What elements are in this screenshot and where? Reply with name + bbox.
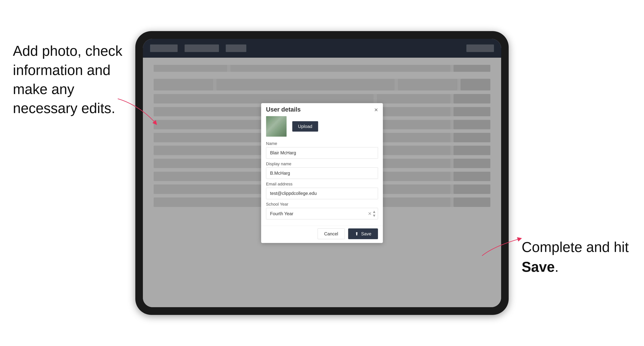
tablet-screen: User details × Upload Name bbox=[143, 39, 501, 307]
save-button-label: Save bbox=[361, 231, 371, 236]
save-button[interactable]: ⬆ Save bbox=[348, 228, 378, 239]
name-label: Name bbox=[266, 141, 378, 146]
school-year-input[interactable] bbox=[266, 208, 378, 219]
arrow-right-indicator bbox=[480, 237, 522, 260]
display-name-label: Display name bbox=[266, 162, 378, 167]
school-year-label: School Year bbox=[266, 202, 378, 207]
scene: Add photo, check information and make an… bbox=[0, 0, 644, 346]
modal-body: Upload Name Display name Email addre bbox=[261, 115, 383, 226]
modal-header: User details × bbox=[261, 103, 383, 115]
email-label: Email address bbox=[266, 182, 378, 186]
modal-close-button[interactable]: × bbox=[374, 107, 378, 113]
email-input[interactable] bbox=[266, 188, 378, 199]
cancel-button[interactable]: Cancel bbox=[318, 228, 345, 239]
display-name-input[interactable] bbox=[266, 168, 378, 179]
upload-photo-button[interactable]: Upload bbox=[292, 121, 318, 132]
annotation-left: Add photo, check information and make an… bbox=[13, 41, 129, 118]
school-year-select-wrapper: ✕ ▲ ▼ bbox=[266, 208, 378, 219]
display-name-field-group: Display name bbox=[266, 162, 378, 179]
name-input[interactable] bbox=[266, 147, 378, 159]
select-clear-button[interactable]: ✕ bbox=[368, 211, 372, 216]
photo-image bbox=[266, 116, 286, 137]
profile-photo-thumbnail bbox=[266, 116, 286, 137]
email-field-group: Email address bbox=[266, 182, 378, 199]
select-arrows[interactable]: ▲ ▼ bbox=[372, 210, 376, 217]
select-controls: ✕ ▲ ▼ bbox=[368, 210, 376, 217]
name-field-group: Name bbox=[266, 141, 378, 159]
user-details-modal: User details × Upload Name bbox=[261, 103, 383, 243]
tablet-device: User details × Upload Name bbox=[135, 31, 509, 315]
arrow-left-indicator bbox=[116, 97, 158, 127]
modal-title: User details bbox=[266, 106, 301, 113]
annotation-right: Complete and hit Save. bbox=[522, 237, 638, 277]
school-year-field-group: School Year ✕ ▲ ▼ bbox=[266, 202, 378, 219]
photo-section: Upload bbox=[266, 116, 378, 137]
modal-footer: Cancel ⬆ Save bbox=[261, 226, 383, 243]
save-icon: ⬆ bbox=[355, 231, 358, 236]
